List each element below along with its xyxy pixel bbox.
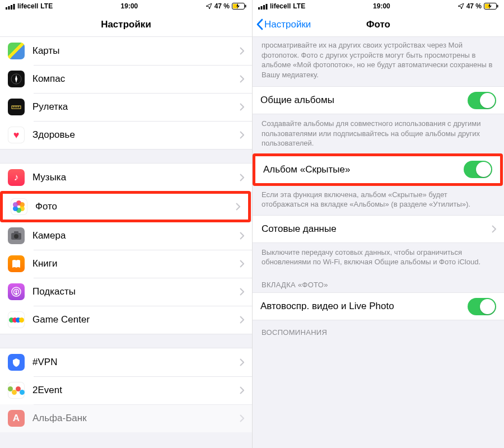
settings-row-maps[interactable]: Карты [0, 37, 252, 65]
chevron-right-icon [240, 174, 252, 181]
photostream-footer: просматривайте их на других своих устрой… [253, 37, 504, 86]
clock: 19:00 [373, 2, 390, 10]
settings-row-camera[interactable]: Камера [0, 222, 252, 250]
compass-icon [8, 71, 25, 87]
network-label: LTE [293, 2, 305, 10]
chevron-right-icon [240, 47, 252, 55]
row-label: Общие альбомы [260, 95, 468, 106]
svg-rect-6 [245, 5, 246, 8]
chevron-right-icon [240, 386, 252, 394]
hidden-album-row[interactable]: Альбом «Скрытые» [255, 156, 500, 183]
location-icon [458, 3, 464, 10]
chevron-right-icon [240, 75, 252, 83]
shared-albums-row[interactable]: Общие альбомы [253, 87, 504, 114]
row-label: Подкасты [25, 286, 240, 297]
settings-row-compass[interactable]: Компас [0, 65, 252, 93]
maps-icon [8, 43, 25, 59]
chevron-right-icon [240, 358, 252, 366]
battery-percent: 47 % [214, 2, 230, 10]
settings-row-measure[interactable]: Рулетка [0, 93, 252, 121]
health-icon: ♥ [8, 127, 25, 143]
alfa-app-icon: A [8, 410, 25, 427]
photos-icon [11, 198, 27, 215]
svg-rect-1 [8, 6, 10, 10]
row-label: Game Center [25, 314, 240, 325]
ruler-icon [8, 99, 25, 115]
row-label: Рулетка [25, 101, 240, 113]
highlight-hidden-album-row: Альбом «Скрытые» [253, 153, 503, 186]
signal-bars-icon [6, 3, 15, 10]
svg-point-14 [14, 234, 18, 239]
vpn-app-icon [8, 354, 25, 371]
chevron-right-icon [240, 131, 252, 139]
back-button[interactable]: Настройки [253, 18, 311, 30]
row-label: #VPN [25, 357, 240, 368]
chevron-right-icon [240, 103, 252, 111]
carrier-label: lifecell [17, 2, 38, 10]
podcasts-icon [8, 283, 25, 300]
hidden-album-toggle[interactable] [464, 161, 492, 178]
row-label: Книги [25, 258, 240, 269]
photos-tab-header: ВКЛАДКА «ФОТО» [253, 273, 504, 292]
hidden-album-footer: Если эта функция включена, альбом «Скрыт… [253, 185, 504, 215]
memories-header: ВОСПОМИНАНИЯ [253, 320, 504, 337]
settings-row-music[interactable]: ♪ Музыка [0, 164, 252, 192]
row-label: Фото [27, 201, 236, 212]
row-label: Здоровье [25, 129, 240, 141]
chevron-right-icon [240, 260, 252, 268]
back-label: Настройки [264, 19, 311, 30]
svg-rect-8 [12, 106, 21, 109]
battery-icon [232, 3, 246, 10]
settings-list[interactable]: Карты Компас Рулетка ♥ Здоровье ♪ [0, 37, 252, 448]
chevron-right-icon [492, 225, 504, 233]
settings-row-health[interactable]: ♥ Здоровье [0, 121, 252, 149]
chevron-right-icon [240, 232, 252, 240]
row-label: Карты [25, 45, 240, 57]
network-label: LTE [40, 2, 53, 10]
svg-rect-19 [16, 292, 17, 295]
row-label: Альфа-Банк [25, 413, 240, 424]
chevron-right-icon [240, 316, 252, 324]
row-label: Альбом «Скрытые» [263, 164, 464, 175]
chevron-right-icon [236, 203, 248, 211]
page-title: Настройки [0, 19, 252, 30]
row-label: Камера [25, 230, 240, 241]
battery-icon [484, 3, 498, 10]
status-bar: lifecell LTE 19:00 47 % [253, 0, 504, 12]
nav-bar: Настройки Фото [253, 12, 504, 37]
status-bar: lifecell LTE 19:00 47 % [0, 0, 252, 12]
battery-percent: 47 % [466, 2, 482, 10]
shared-albums-toggle[interactable] [468, 92, 496, 109]
shared-albums-footer: Создавайте альбомы для совместного испол… [253, 114, 504, 154]
svg-rect-0 [6, 7, 7, 10]
autoplay-row[interactable]: Автовоспр. видео и Live Photo [253, 293, 504, 320]
settings-row-2event[interactable]: 2Event [0, 376, 252, 404]
settings-row-gamecenter[interactable]: Game Center [0, 306, 252, 334]
camera-icon [8, 227, 25, 244]
cellular-data-row[interactable]: Сотовые данные [253, 216, 504, 242]
svg-rect-20 [258, 7, 260, 10]
svg-point-18 [15, 290, 17, 292]
carrier-label: lifecell [270, 2, 291, 10]
row-label: Сотовые данные [262, 223, 492, 235]
location-icon [206, 3, 212, 10]
svg-rect-23 [266, 4, 268, 10]
settings-row-podcasts[interactable]: Подкасты [0, 278, 252, 306]
svg-rect-21 [261, 6, 263, 10]
chevron-right-icon [240, 288, 252, 296]
books-icon [8, 255, 25, 272]
svg-rect-2 [11, 5, 12, 10]
settings-row-vpn[interactable]: #VPN [0, 348, 252, 376]
photos-settings-list[interactable]: просматривайте их на других своих устрой… [253, 37, 504, 448]
settings-row-books[interactable]: Книги [0, 250, 252, 278]
music-icon: ♪ [8, 169, 25, 186]
nav-bar: Настройки [0, 12, 252, 37]
row-label: 2Event [25, 385, 240, 396]
svg-rect-22 [263, 5, 265, 10]
settings-row-photos[interactable]: Фото [3, 194, 248, 220]
highlight-photos-row: Фото [0, 191, 251, 222]
autoplay-toggle[interactable] [468, 298, 496, 315]
svg-rect-3 [13, 4, 15, 10]
photos-settings-screen: lifecell LTE 19:00 47 % Настройки Фото п… [252, 0, 504, 448]
settings-row-alfabank[interactable]: A Альфа-Банк [0, 404, 252, 432]
